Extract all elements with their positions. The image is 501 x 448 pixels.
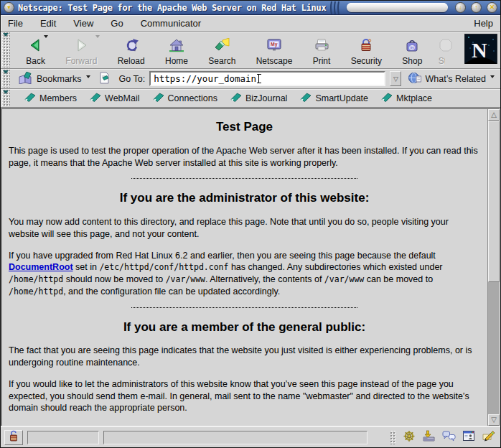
navigation-toolbar: Back Forward Reload <box>1 32 500 69</box>
search-icon <box>214 38 230 55</box>
inbox-button[interactable] <box>422 430 436 445</box>
home-button[interactable]: Home <box>159 32 194 68</box>
bookmarks-icon <box>18 72 34 86</box>
personal-toolbar-gripper[interactable] <box>2 90 10 106</box>
menu-help[interactable]: Help <box>474 18 493 29</box>
menu-edit[interactable]: Edit <box>40 18 56 29</box>
browser-viewport: Test Page This page is used to test the … <box>1 108 500 426</box>
vertical-scrollbar[interactable]: △ ▽ <box>487 109 500 426</box>
ship-wheel-icon <box>403 430 416 445</box>
address-book-button[interactable] <box>462 430 475 444</box>
text-caret <box>256 74 261 83</box>
toolbar-gripper[interactable] <box>2 32 10 67</box>
whats-related-menu-arrow-icon <box>490 75 495 78</box>
svg-text:N: N <box>472 38 487 62</box>
dock-gripper[interactable] <box>390 431 396 444</box>
netscape-window: ▼ Netscape: Test Page for the Apache Web… <box>0 0 501 448</box>
close-button[interactable]: ✕ <box>487 2 497 13</box>
admin-paragraph-2: If you have upgraded from Red Hat Linux … <box>9 250 480 298</box>
admin-paragraph-1: You may now add content to this director… <box>9 216 480 241</box>
status-message-area <box>103 431 367 444</box>
admin-heading: If you are the administrator of this web… <box>9 190 480 207</box>
netscape-button[interactable]: My Netscape <box>250 32 299 68</box>
back-button[interactable]: Back <box>20 32 51 68</box>
url-history-dropdown-button[interactable]: ▽ <box>390 71 401 86</box>
url-value: https://your_domain <box>154 73 256 84</box>
page-title: Test Page <box>9 119 480 136</box>
print-button[interactable]: Print <box>307 32 337 68</box>
location-bar-gripper[interactable] <box>2 70 10 88</box>
search-button[interactable]: Search <box>202 32 241 68</box>
menu-file[interactable]: File <box>8 18 23 29</box>
menu-communicator[interactable]: Communicator <box>141 18 202 29</box>
print-icon <box>314 38 329 55</box>
composer-pen-icon <box>482 430 495 444</box>
scroll-up-button[interactable]: △ <box>488 109 500 121</box>
reload-icon <box>123 38 139 55</box>
forward-button[interactable]: Forward <box>60 32 103 68</box>
goto-label: Go To: <box>119 74 146 84</box>
section-divider <box>131 178 357 179</box>
svg-text:My: My <box>271 42 278 47</box>
url-input[interactable]: https://your_domain <box>149 71 385 86</box>
security-button[interactable]: Security <box>345 32 388 68</box>
bookmark-ribbon-icon <box>300 93 312 104</box>
bookmarks-menu-arrow-icon <box>86 75 90 78</box>
window-menu-button[interactable]: ▼ <box>4 2 14 13</box>
menu-go[interactable]: Go <box>111 18 123 29</box>
personal-item-webmail[interactable]: WebMail <box>90 93 139 104</box>
shop-icon: @ <box>404 38 420 55</box>
bookmark-ribbon-icon <box>24 93 36 104</box>
discussions-button[interactable] <box>442 430 456 445</box>
personal-item-connections[interactable]: Connections <box>153 93 218 104</box>
bookmark-ribbon-icon <box>230 93 242 104</box>
shop-button[interactable]: @ Shop <box>396 32 428 68</box>
component-dock <box>390 430 497 445</box>
navigator-button[interactable] <box>403 430 416 445</box>
reload-button[interactable]: Reload <box>112 32 151 68</box>
scroll-down-button[interactable]: ▽ <box>488 414 500 426</box>
whats-related-button[interactable]: What’s Related <box>406 70 497 88</box>
status-bar <box>1 426 500 447</box>
documentroot-link[interactable]: DocumentRoot <box>9 262 73 272</box>
public-paragraph-1: The fact that you are seeing this page i… <box>9 345 480 369</box>
stop-icon <box>439 38 453 55</box>
maximize-button[interactable]: ↑ <box>471 2 482 13</box>
personal-item-smartupdate[interactable]: SmartUpdate <box>300 93 368 104</box>
bookmark-ribbon-icon <box>381 93 393 104</box>
section-divider <box>131 307 357 308</box>
forward-icon <box>73 38 89 55</box>
location-bar: Bookmarks Go To: https://your_domain ▽ <box>1 69 500 89</box>
intro-paragraph: This page is used to test the proper ope… <box>9 145 480 169</box>
svg-text:@: @ <box>409 44 416 51</box>
page-proxy-button[interactable] <box>97 70 112 88</box>
back-icon <box>28 38 44 55</box>
bookmark-ribbon-icon <box>153 93 164 104</box>
netscape-n-logo[interactable]: N <box>464 34 497 67</box>
personal-item-mktplace[interactable]: Mktplace <box>381 93 432 104</box>
page-content: Test Page This page is used to test the … <box>2 109 487 426</box>
inbox-icon <box>422 430 436 445</box>
public-paragraph-2: If you would like to let the administrat… <box>9 378 480 414</box>
menubar: File Edit View Go Communicator Help <box>1 15 500 32</box>
titlebar-pill-decoration <box>347 3 448 12</box>
bookmarks-button[interactable]: Bookmarks <box>16 70 93 88</box>
security-status-button[interactable] <box>4 430 23 445</box>
speech-bubbles-icon <box>442 430 456 445</box>
personal-item-members[interactable]: Members <box>24 93 77 104</box>
security-lock-icon <box>358 38 374 55</box>
titlebar[interactable]: ▼ Netscape: Test Page for the Apache Web… <box>1 1 500 15</box>
page-proxy-icon <box>99 72 110 86</box>
scrollbar-track[interactable] <box>488 282 500 414</box>
personal-toolbar: Members WebMail Connections BizJournal S… <box>1 89 500 108</box>
menu-view[interactable]: View <box>73 18 93 29</box>
minimize-button[interactable]: ↓ <box>455 2 466 13</box>
progress-indicator <box>27 431 99 444</box>
composer-button[interactable] <box>482 430 495 444</box>
public-heading: If you are a member of the general publi… <box>9 319 480 336</box>
home-icon <box>169 38 184 55</box>
window-title: Netscape: Test Page for the Apache Web S… <box>18 3 326 13</box>
scrollbar-thumb[interactable] <box>488 121 500 282</box>
personal-item-bizjournal[interactable]: BizJournal <box>230 93 287 104</box>
stop-button[interactable]: Stop <box>437 32 456 68</box>
